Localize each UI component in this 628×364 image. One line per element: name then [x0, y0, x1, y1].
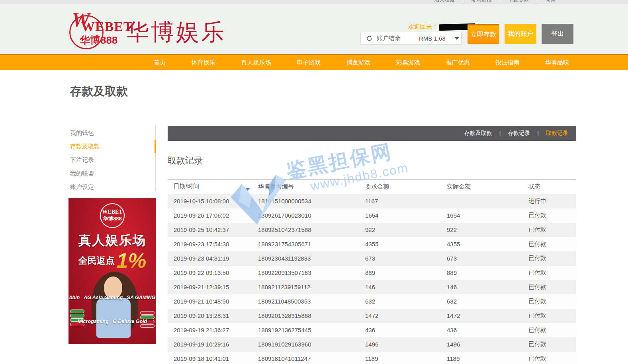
column-header-status[interactable]: 状态: [528, 179, 576, 194]
table-row[interactable]: 2019-09-26 17:06:02 1809261706023010 165…: [168, 208, 576, 223]
my-account-button[interactable]: 我的账户: [505, 24, 536, 44]
nav-item[interactable]: 体育娱乐: [188, 59, 219, 66]
nav-item[interactable]: 华博品味: [542, 59, 572, 66]
sidebar-item[interactable]: 下注记录: [70, 154, 154, 168]
cell-datetime: 2019-09-19 21:36:27: [168, 323, 258, 337]
tab-separator: |: [537, 130, 539, 136]
cell-ref: 1810151008000534: [258, 194, 365, 208]
sidebar-item[interactable]: 我的联盟: [70, 168, 154, 181]
nav-item[interactable]: 电子游戏: [293, 59, 324, 66]
cell-status: 已付款: [528, 337, 576, 352]
watermark-title: 鉴黑担保网: [284, 136, 407, 185]
table-row[interactable]: 2019-09-23 17:54:30 1809231754305671 435…: [168, 237, 576, 251]
banner-subline: 全民返点: [78, 255, 115, 267]
welcome-message: 欢迎回来！: [408, 23, 475, 31]
table-row[interactable]: 2019-09-19 21:36:27 1809192136275445 436…: [168, 323, 576, 337]
cell-status: 已付款: [528, 352, 576, 364]
top-link[interactable]: 常用链接: [463, 0, 500, 4]
cell-datetime: 2019-10-15 10:08:00: [168, 194, 258, 208]
cell-ref: 1809231754305671: [258, 237, 365, 251]
cell-requested: 673: [365, 251, 447, 266]
cell-requested: 4355: [365, 237, 447, 251]
banner-logo-icon: WEBET 华博888: [100, 203, 125, 228]
cell-status: 已付款: [528, 223, 576, 237]
records-tab[interactable]: 取款记录: [545, 130, 569, 137]
cell-requested: 1189: [365, 352, 447, 364]
sidebar-item[interactable]: 存款及取款: [70, 141, 154, 154]
cell-status: 进行中: [528, 194, 576, 208]
cell-status: 已付款: [528, 266, 576, 280]
account-balance-selector[interactable]: 账户结余 RMB 1.63: [360, 32, 462, 45]
nav-item[interactable]: 彩票游戏: [393, 59, 423, 66]
cell-ref: 1809181041011247: [258, 352, 365, 364]
main-nav: 首页 体育娱乐 真人娱乐场 电子游戏 捕鱼游戏 彩票游戏 推广优惠 投注指南 华…: [0, 54, 628, 70]
table-row[interactable]: 2019-09-21 10:48:50 1809211048500353 632…: [168, 294, 576, 309]
page-title: 存款及取款: [70, 84, 128, 99]
site-logo[interactable]: W WEBET 华博888 华博娱乐: [68, 10, 235, 51]
cell-requested: 1496: [365, 337, 447, 352]
column-header-ref[interactable]: 华博参考编号: [258, 179, 365, 194]
logo-wordmark-sub: 华博888: [80, 33, 117, 47]
column-header-actual[interactable]: 实际金额: [447, 179, 528, 194]
cell-status: 已付款: [528, 251, 576, 266]
cell-datetime: 2019-09-26 17:06:02: [168, 208, 258, 223]
top-link[interactable]: 下载专区: [500, 0, 537, 4]
table-row[interactable]: 2019-09-19 10:29:16 1809191029163960 149…: [168, 337, 576, 352]
table-row[interactable]: 2019-09-22 09:13:50 1809220913507163 889…: [168, 266, 576, 280]
logout-button[interactable]: 登出: [542, 24, 573, 44]
nav-item[interactable]: 推广优惠: [443, 59, 473, 66]
column-header-requested[interactable]: 要求金额: [365, 179, 447, 194]
nav-item[interactable]: 首页: [151, 59, 169, 66]
nav-item[interactable]: 捕鱼游戏: [343, 59, 374, 66]
cell-datetime: 2019-09-20 13:28:31: [168, 309, 258, 323]
table-row[interactable]: 2019-09-20 13:28:31 1809201328315868 147…: [168, 309, 576, 323]
sidebar-item[interactable]: 账户设定: [70, 181, 154, 195]
cell-ref: 1809211048500353: [258, 294, 365, 309]
table-row[interactable]: 2019-09-25 10:42:37 1809251042371588 922…: [168, 223, 576, 237]
cell-actual: [447, 194, 528, 208]
cell-status: 已付款: [528, 294, 576, 309]
cell-requested: 632: [365, 294, 447, 309]
refresh-icon[interactable]: [366, 35, 373, 42]
cell-actual: 889: [447, 266, 528, 280]
promo-banner[interactable]: WEBET 华博888 真人娱乐场 全民返点 1% bbin AG Asia G…: [68, 198, 156, 344]
cell-status: 已付款: [528, 323, 576, 337]
page-root: 加入收藏 常用链接 下载专区 简体 W WEBET 华博888 华博娱乐 欢迎回…: [0, 0, 628, 364]
cell-ref: 1809192136275445: [258, 323, 365, 337]
column-header-datetime[interactable]: 日期/时间: [168, 179, 258, 194]
deposit-now-button[interactable]: 立即存款: [468, 24, 499, 44]
caret-down-icon: [454, 37, 459, 40]
cell-status: 已付款: [528, 237, 576, 251]
top-links: 加入收藏 常用链接 下载专区 简体: [426, 0, 563, 4]
top-link[interactable]: 简体: [537, 0, 563, 4]
table-row[interactable]: 2019-09-23 04:31:19 1809230431192833 673…: [168, 251, 576, 266]
top-link[interactable]: 加入收藏: [426, 0, 463, 4]
cell-ref: 1809211239159112: [258, 280, 365, 294]
sidebar-item[interactable]: 我的钱包: [70, 127, 154, 141]
table-row[interactable]: 2019-09-18 10:41:01 1809181041011247 118…: [168, 352, 576, 364]
records-tab[interactable]: 存款及取款: [464, 130, 493, 137]
cell-ref: 1809201328315868: [258, 309, 365, 323]
nav-item[interactable]: 真人娱乐场: [238, 59, 274, 66]
records-tab[interactable]: 存款记录: [507, 130, 531, 137]
cell-status: 已付款: [528, 309, 576, 323]
banner-percent: 1%: [116, 250, 146, 271]
sort-desc-icon[interactable]: [245, 188, 250, 191]
nav-item[interactable]: 投注指南: [492, 59, 522, 66]
cell-requested: 146: [365, 280, 447, 294]
section-title: 取款记录: [168, 155, 203, 167]
cell-actual: 436: [447, 323, 528, 337]
table-row[interactable]: 2019-10-15 10:08:00 1810151008000534 116…: [168, 194, 576, 208]
table-row[interactable]: 2019-09-21 12:39:15 1809211239159112 146…: [168, 280, 576, 294]
cell-actual: 922: [447, 223, 528, 237]
header-datetime-label: 日期/时间: [174, 183, 199, 189]
cell-actual: 4355: [447, 237, 528, 251]
banner-logo-sub: 华博888: [103, 215, 122, 222]
banner-provider-logos: bbin AG Asia Gaming SA GAMING Microgamin…: [68, 278, 156, 341]
cell-status: 已付款: [528, 208, 576, 223]
cell-datetime: 2019-09-18 10:41:01: [168, 352, 258, 364]
sidebar-active-indicator: [155, 140, 156, 153]
table-header-row: 日期/时间 华博参考编号 要求金额 实际金额 状态: [168, 179, 576, 194]
cell-requested: 1167: [365, 194, 447, 208]
banner-logo-word: WEBET: [102, 209, 122, 215]
